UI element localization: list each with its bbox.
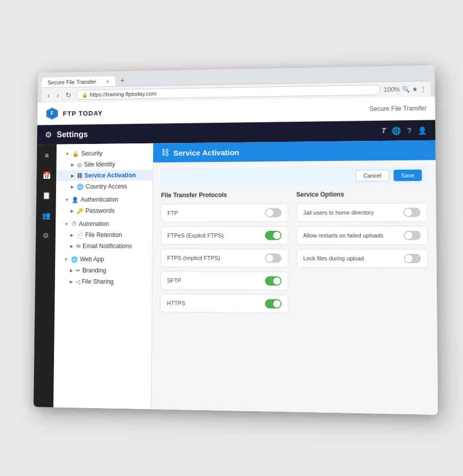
sidebar-label-branding: Branding — [82, 267, 106, 274]
arrow-icon: ▶ — [70, 279, 73, 284]
arrow-icon: ▶ — [70, 244, 73, 248]
content-area: ⛓ Service Activation Cancel Save File Tr… — [151, 140, 438, 414]
sidebar-item-file-sharing[interactable]: ▶ ◁ File Sharing — [55, 276, 152, 287]
nav-files-icon[interactable]: 📋 — [39, 188, 54, 202]
protocol-row-ftpes: FTPeS (Explicit FTPS) — [161, 226, 288, 244]
toggle-ftp[interactable] — [265, 208, 281, 217]
authentication-icon: 👤 — [72, 196, 79, 203]
help-icon[interactable]: ? — [407, 126, 411, 134]
reload-button[interactable]: ↻ — [64, 89, 74, 100]
content-body: Cancel Save File Transfer Protocols FTP — [151, 160, 438, 415]
toggle-sftp[interactable] — [265, 276, 281, 285]
forward-button[interactable]: › — [55, 90, 61, 100]
sidebar-label-web-app: Web App — [80, 255, 104, 263]
settings-bar-title: Settings — [57, 130, 88, 139]
sidebar-item-web-app[interactable]: ▼ 🌐 Web App — [55, 253, 152, 265]
protocol-row-sftp: SFTP — [161, 271, 288, 290]
options-section: Service Options Jail users to home direc… — [296, 190, 429, 319]
toggle-ftpes[interactable] — [265, 230, 281, 240]
option-row-jail: Jail users to home directory — [296, 203, 428, 222]
cancel-button[interactable]: Cancel — [355, 170, 389, 181]
arrow-icon: ▶ — [71, 184, 74, 189]
content-header-icon: ⛓ — [161, 148, 169, 157]
option-row-lock: Lock files during upload — [296, 249, 428, 268]
arrow-icon: ▶ — [70, 268, 73, 272]
protocols-title: File Transfer Protocols — [161, 191, 288, 198]
url-text: https://training.ftptoday.com — [90, 90, 157, 98]
logo-text: FTP TODAY — [63, 109, 103, 117]
address-bar[interactable]: 🔒 https://training.ftptoday.com — [77, 84, 381, 99]
option-label-lock: Lock files during upload — [303, 255, 364, 261]
protocol-row-ftps: FTPS (Implicit FTPS) — [161, 248, 288, 267]
automation-icon: ⏱ — [72, 221, 77, 227]
toggle-ftpes-slider — [265, 230, 281, 240]
toggle-ftps[interactable] — [265, 253, 281, 263]
bookmark-icon: ★ — [412, 85, 418, 93]
toggle-restarts[interactable] — [403, 230, 420, 240]
protocol-label-ftps: FTPS (Implicit FTPS) — [167, 254, 220, 261]
settings-bar-left: ⚙ Settings — [45, 129, 87, 139]
sidebar: ▼ 🔒 Security ▶ ◎ Site Identity ▶ ⛓ Servi… — [54, 143, 153, 409]
protocol-row-https: HTTPS — [161, 294, 289, 313]
arrow-icon: ▼ — [65, 151, 69, 156]
sidebar-item-country-access[interactable]: ▶ 🌐 Country Access — [56, 180, 153, 192]
sidebar-item-security[interactable]: ▼ 🔒 Security — [57, 147, 153, 159]
browser-window: Secure File Transfer ✕ + ‹ › ↻ 🔒 https:/… — [33, 65, 438, 414]
save-button[interactable]: Save — [394, 169, 422, 181]
sidebar-item-file-retention[interactable]: ▶ 📄 File Retention — [56, 229, 152, 241]
nav-users-icon[interactable]: 👥 — [39, 208, 53, 222]
tab-close-button[interactable]: ✕ — [105, 78, 110, 84]
security-icon: 🔒 — [72, 150, 79, 157]
sidebar-section-automation: ▼ ⏱ Automation ▶ 📄 File Retention ▶ ✉ Em… — [55, 218, 152, 251]
sidebar-label-site-identity: Site Identity — [84, 160, 115, 168]
option-label-jail: Jail users to home directory — [303, 209, 373, 215]
option-label-restarts: Allow restarts on failed uploads — [303, 232, 383, 238]
sidebar-section-webapp: ▼ 🌐 Web App ▶ ✏ Branding ▶ ◁ File Sharin… — [55, 253, 152, 287]
toggle-lock-slider — [404, 253, 421, 263]
sidebar-item-authentication[interactable]: ▼ 👤 Authentication — [56, 194, 153, 205]
nav-strip: ≡ 📅 📋 👥 ⚙ — [33, 144, 57, 407]
sidebar-label-file-retention: File Retention — [85, 231, 122, 239]
toggle-https-slider — [265, 299, 281, 308]
content-header-title: Service Activation — [173, 148, 239, 157]
arrow-icon: ▶ — [70, 232, 74, 237]
sidebar-item-service-activation[interactable]: ▶ ⛓ Service Activation — [56, 169, 153, 181]
toggle-jail[interactable] — [403, 207, 420, 216]
options-title: Service Options — [296, 190, 428, 198]
sidebar-item-automation[interactable]: ▼ ⏱ Automation — [56, 218, 152, 229]
sidebar-section-authentication: ▼ 👤 Authentication ▶ 🔑 Passwords — [56, 194, 152, 216]
toggle-lock[interactable] — [404, 253, 421, 263]
browser-tab-active[interactable]: Secure File Transfer ✕ — [42, 76, 115, 87]
protocol-label-ftp: FTP — [167, 210, 177, 216]
zoom-level: 100% — [384, 86, 400, 94]
form-actions: Cancel Save — [161, 166, 427, 186]
sidebar-item-email-notifications[interactable]: ▶ ✉ Email Notifications — [55, 240, 152, 251]
logo-icon: F — [45, 106, 59, 120]
nav-menu-icon[interactable]: ≡ — [42, 148, 52, 162]
sidebar-item-branding[interactable]: ▶ ✏ Branding — [55, 264, 152, 276]
toggle-https[interactable] — [265, 299, 281, 308]
sidebar-item-site-identity[interactable]: ▶ ◎ Site Identity — [56, 158, 152, 170]
menu-icon: ⋮ — [420, 85, 426, 93]
protocol-label-https: HTTPS — [167, 300, 185, 306]
protocols-section: File Transfer Protocols FTP FTPeS (Expli… — [160, 191, 288, 317]
arrow-icon: ▼ — [65, 197, 69, 202]
passwords-icon: 🔑 — [77, 207, 84, 214]
toggle-restarts-slider — [403, 230, 420, 240]
protocol-label-ftpes: FTPeS (Explicit FTPS) — [167, 232, 223, 239]
back-button[interactable]: ‹ — [45, 90, 51, 100]
app-header-title: Secure File Transfer — [369, 104, 426, 113]
font-size-icon[interactable]: 𝙏 — [381, 126, 385, 135]
globe-icon[interactable]: 🌐 — [392, 126, 401, 134]
arrow-icon: ▶ — [70, 208, 74, 213]
protocol-row-ftp: FTP — [161, 203, 288, 222]
new-tab-button[interactable]: + — [116, 74, 129, 86]
email-notifications-icon: ✉ — [76, 243, 81, 249]
nav-settings-icon[interactable]: ⚙ — [40, 228, 52, 242]
sidebar-item-passwords[interactable]: ▶ 🔑 Passwords — [56, 205, 152, 216]
sidebar-label-email-notifications: Email Notifications — [82, 242, 132, 249]
user-icon[interactable]: 👤 — [418, 126, 427, 134]
nav-calendar-icon[interactable]: 📅 — [39, 168, 54, 182]
toggle-ftps-slider — [265, 253, 281, 263]
web-app-icon: 🌐 — [71, 255, 78, 262]
